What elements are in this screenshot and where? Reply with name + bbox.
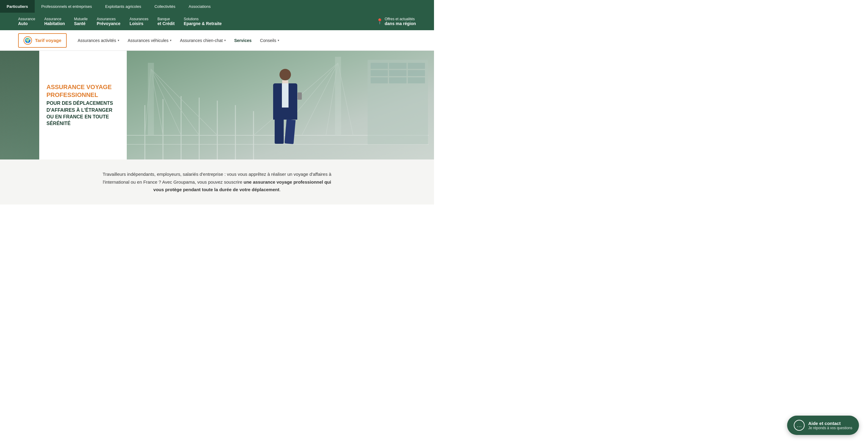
hero-title-green: POUR DES DÉPLACEMENTS D'AFFAIRES À L'ÉTR… (46, 100, 120, 127)
building-bg (368, 60, 428, 144)
nav-services[interactable]: Services (234, 37, 252, 44)
person-figure (273, 69, 297, 144)
chevron-down-icon: ▾ (170, 39, 172, 42)
hero-title-orange: ASSURANCE VOYAGE PROFESSIONNEL (46, 83, 120, 99)
svg-line-16 (302, 63, 338, 135)
nav-conseils[interactable]: Conseils ▾ (259, 37, 280, 44)
hero-text-box: ASSURANCE VOYAGE PROFESSIONNEL POUR DES … (39, 51, 127, 159)
nav-exploitants[interactable]: Exploitants agricoles (98, 0, 148, 13)
chevron-down-icon: ▾ (278, 39, 279, 42)
nav-region[interactable]: 📍 Offres et actualités dans ma région (377, 17, 416, 26)
globe-icon: 🌍 (24, 36, 32, 45)
svg-rect-19 (148, 63, 154, 135)
chevron-down-icon: ▾ (118, 39, 119, 42)
svg-line-12 (151, 69, 199, 135)
svg-line-13 (151, 69, 217, 135)
tertiary-navigation: 🌍 Tarif voyage Assurances activités ▾ As… (0, 30, 434, 51)
secondary-navigation: Assurance Auto Assurance Habitation Mutu… (0, 13, 434, 30)
tarif-voyage-button[interactable]: 🌍 Tarif voyage (18, 33, 67, 48)
nav-assurances-vehicules[interactable]: Assurances véhicules ▾ (127, 37, 172, 44)
svg-rect-20 (335, 57, 341, 135)
nav-epargne[interactable]: Solutions Epargne & Retraite (184, 17, 222, 26)
location-icon: 📍 (377, 19, 382, 24)
description-text: Travailleurs indépendants, employeurs, s… (102, 170, 332, 194)
description-section: Travailleurs indépendants, employeurs, s… (0, 159, 434, 205)
nav-associations[interactable]: Associations (182, 0, 217, 13)
svg-line-11 (151, 69, 181, 135)
nav-assurances-activites[interactable]: Assurances activités ▾ (77, 37, 120, 44)
nav-banque[interactable]: Banque et Crédit (158, 17, 175, 26)
nav-prevoyance[interactable]: Assurances Prévoyance (97, 17, 121, 26)
nav-professionnels[interactable]: Professionnels et entreprises (35, 0, 99, 13)
nav-auto[interactable]: Assurance Auto (18, 17, 35, 26)
nav-habitation[interactable]: Assurance Habitation (44, 17, 65, 26)
nav-particuliers[interactable]: Particuliers (0, 0, 35, 13)
nav-loisirs[interactable]: Assurances Loisirs (129, 17, 149, 26)
hero-section: ASSURANCE VOYAGE PROFESSIONNEL POUR DES … (0, 51, 434, 159)
nav-collectivites[interactable]: Collectivités (148, 0, 182, 13)
hero-figure (127, 51, 434, 159)
top-navigation: Particuliers Professionnels et entrepris… (0, 0, 434, 13)
chevron-down-icon: ▾ (224, 39, 226, 42)
nav-assurances-chien-chat[interactable]: Assurances chien-chat ▾ (179, 37, 226, 44)
nav-sante[interactable]: Mutuelle Santé (74, 17, 88, 26)
